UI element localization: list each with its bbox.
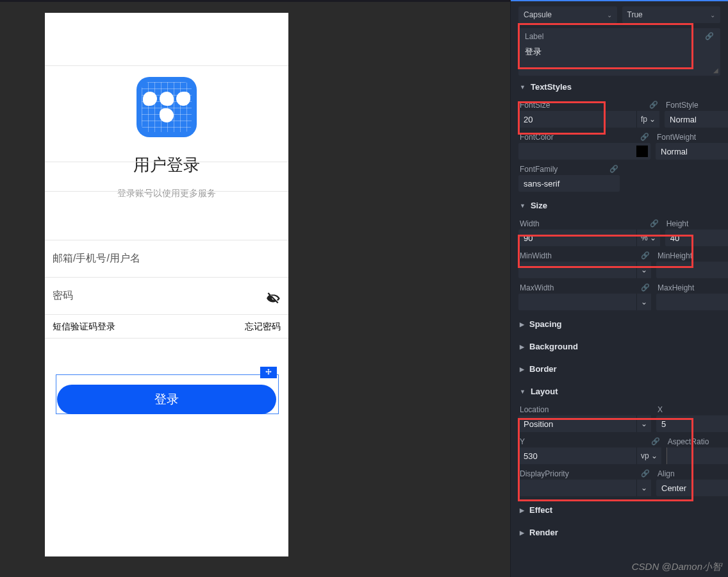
link-icon[interactable]: 🔗	[651, 437, 660, 446]
width-input[interactable]: %⌄	[518, 230, 660, 246]
aspectratio-input[interactable]: ▲▼	[666, 447, 728, 464]
app-logo-icon	[136, 77, 197, 137]
chevron-right-icon: ▶	[520, 366, 524, 372]
chevron-right-icon: ▶	[520, 530, 524, 536]
section-spacing[interactable]: ▶Spacing	[511, 313, 728, 335]
watermark: CSDN @Damon小智	[632, 561, 722, 573]
section-textstyles[interactable]: ▼ TextStyles	[511, 76, 728, 98]
sms-login-link[interactable]: 短信验证码登录	[53, 321, 115, 333]
forgot-password-link[interactable]: 忘记密码	[245, 321, 281, 333]
align-select[interactable]: ⌄	[656, 480, 728, 496]
chevron-down-icon: ⌄	[607, 12, 612, 19]
label-textarea[interactable]: Label🔗 登录 ◢	[518, 28, 720, 76]
login-title: 用户登录	[133, 154, 200, 176]
chevron-down-icon: ▼	[520, 389, 525, 395]
maxwidth-input[interactable]: ⌄	[518, 294, 651, 310]
unit-select[interactable]: fp⌄	[636, 111, 659, 128]
link-icon[interactable]: 🔗	[641, 283, 650, 292]
email-input[interactable]: 邮箱/手机号/用户名	[45, 240, 288, 278]
section-layout[interactable]: ▼Layout	[511, 380, 728, 403]
link-icon[interactable]: 🔗	[649, 101, 658, 110]
login-subtitle: 登录账号以使用更多服务	[117, 188, 216, 199]
chevron-down-icon: ▼	[520, 203, 525, 209]
fontsize-input[interactable]: fp⌄	[518, 111, 659, 128]
x-input[interactable]: %⌄	[656, 415, 728, 432]
displaypriority-input[interactable]: ⌄	[518, 480, 651, 496]
move-handle-icon[interactable]	[260, 367, 277, 378]
canvas-area: 用户登录 登录账号以使用更多服务 邮箱/手机号/用户名 密码 短信验证码登录 忘…	[0, 0, 510, 577]
chevron-down-icon: ⌄	[710, 12, 715, 19]
visibility-off-icon[interactable]	[265, 290, 281, 302]
link-icon[interactable]: 🔗	[641, 251, 650, 260]
unit-select[interactable]: %⌄	[636, 230, 660, 246]
fontcolor-input[interactable]	[518, 143, 650, 160]
link-icon[interactable]: 🔗	[609, 165, 618, 174]
phone-preview: 用户登录 登录账号以使用更多服务 邮箱/手机号/用户名 密码 短信验证码登录 忘…	[45, 13, 288, 556]
y-input[interactable]: vp⌄	[518, 447, 661, 464]
link-icon[interactable]: 🔗	[650, 219, 659, 228]
login-button[interactable]: 登录	[57, 385, 276, 414]
height-input[interactable]: vp⌄	[665, 230, 728, 246]
location-select[interactable]: ⌄	[518, 415, 651, 432]
section-size[interactable]: ▼ Size	[511, 194, 728, 217]
section-effect[interactable]: ▶Effect	[511, 499, 728, 521]
unit-select[interactable]: vp⌄	[636, 447, 661, 464]
section-background[interactable]: ▶Background	[511, 335, 728, 358]
fontstyle-select[interactable]: ⌄	[665, 111, 728, 128]
type-select[interactable]: Capsule⌄	[518, 6, 617, 23]
minwidth-input[interactable]: ⌄	[518, 262, 651, 278]
section-border[interactable]: ▶Border	[511, 358, 728, 380]
chevron-right-icon: ▶	[520, 344, 524, 350]
password-input[interactable]: 密码	[53, 289, 73, 303]
divider	[45, 162, 288, 162]
chevron-down-icon: ▼	[520, 84, 525, 90]
section-render[interactable]: ▶Render	[511, 521, 728, 544]
fontweight-select[interactable]: ⌄	[656, 143, 728, 160]
link-icon[interactable]: 🔗	[641, 469, 650, 478]
chevron-right-icon: ▶	[520, 507, 524, 514]
enabled-select[interactable]: True⌄	[622, 6, 721, 23]
color-swatch[interactable]	[636, 146, 648, 157]
divider	[45, 191, 288, 192]
divider	[45, 65, 288, 66]
link-icon[interactable]: 🔗	[705, 32, 714, 41]
inspector-panel: Capsule⌄ True⌄ Label🔗 登录 ◢ ▼ TextStyles …	[510, 0, 728, 577]
chevron-right-icon: ▶	[520, 321, 524, 328]
minheight-input[interactable]: ⌄	[656, 262, 728, 278]
fontfamily-input[interactable]	[518, 175, 620, 192]
link-icon[interactable]: 🔗	[640, 133, 649, 142]
maxheight-input[interactable]: ⌄	[656, 294, 728, 310]
